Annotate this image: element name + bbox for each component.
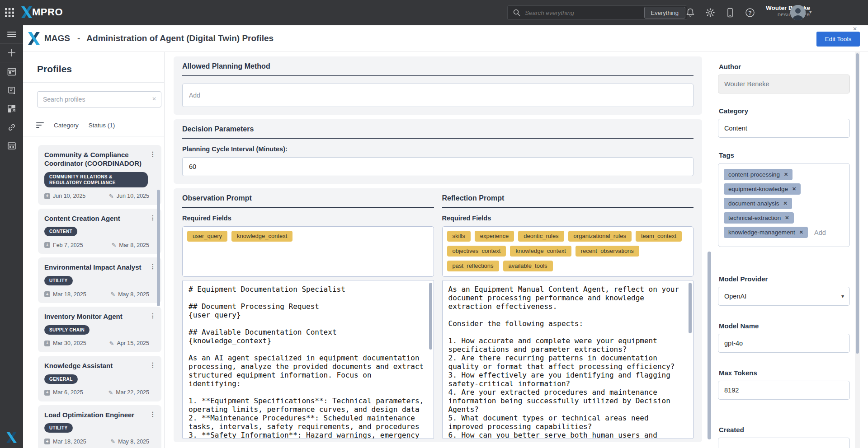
left-rail — [0, 25, 23, 448]
main-scrollbar[interactable] — [708, 252, 711, 439]
kebab-menu-icon[interactable]: ⋮ — [150, 411, 156, 418]
profile-card[interactable]: Load Optimization Engineer ⋮ UTILITY + M… — [38, 405, 161, 448]
field-chip[interactable]: past_reflections — [447, 261, 499, 271]
tag-remove-icon[interactable]: ✕ — [783, 201, 788, 206]
kebab-menu-icon[interactable]: ⋮ — [150, 361, 156, 369]
tag-remove-icon[interactable]: ✕ — [784, 172, 788, 177]
category-label: Category — [719, 107, 850, 115]
field-chip[interactable]: skills — [447, 231, 471, 242]
svg-text:?: ? — [748, 10, 751, 16]
author-label: Author — [719, 63, 850, 70]
kebab-menu-icon[interactable]: ⋮ — [150, 263, 156, 270]
kebab-menu-icon[interactable]: ⋮ — [150, 312, 156, 319]
reflection-prompt-textarea[interactable]: As an Equipment Manual Content Agent, re… — [442, 280, 694, 439]
search-icon — [513, 9, 520, 16]
max-tokens-field[interactable] — [718, 381, 850, 400]
edit-tools-button[interactable]: Edit Tools — [816, 32, 860, 47]
xmpro-x-bottom-logo[interactable] — [5, 431, 18, 443]
tag-chip[interactable]: knowledge-management✕ — [724, 227, 808, 238]
category-field[interactable] — [718, 119, 850, 138]
created-field[interactable] — [718, 438, 850, 448]
tag-chip[interactable]: content-processing✕ — [724, 169, 793, 180]
field-chip[interactable]: experience — [475, 231, 514, 242]
global-search[interactable]: Everything — [507, 5, 687, 20]
profiles-search-input[interactable] — [37, 91, 161, 107]
user-caret-icon[interactable]: ▾ — [809, 9, 812, 15]
filter-icon[interactable] — [36, 121, 44, 129]
rail-item-connections[interactable] — [0, 118, 23, 136]
tags-editor[interactable]: content-processing✕ equipment-knowledge✕… — [718, 163, 850, 247]
xmpro-logo[interactable]: MPRO — [21, 6, 63, 19]
field-chip[interactable]: team_context — [636, 231, 682, 242]
field-chip[interactable]: user_query — [187, 231, 227, 242]
created-date: + Mar 30, 2025 — [44, 340, 86, 346]
field-chip[interactable]: objectives_context — [447, 246, 506, 257]
help-icon[interactable]: ? — [745, 8, 755, 18]
profile-card[interactable]: Knowledge Assistant ⋮ GENERAL + Mar 6, 2… — [38, 356, 161, 401]
profile-card[interactable]: Inventory Monitor Agent ⋮ SUPPLY CHAIN +… — [38, 307, 161, 352]
tag-chip[interactable]: document-analysis✕ — [724, 198, 792, 209]
tag-add-input[interactable]: Add — [814, 229, 826, 236]
rail-item-dashboard[interactable] — [0, 62, 23, 81]
created-icon: + — [44, 291, 50, 297]
avatar[interactable] — [790, 5, 806, 20]
details-scrollbar[interactable] — [856, 53, 859, 354]
keypad-panel-icon — [7, 141, 16, 150]
field-chip[interactable]: knowledge_context — [510, 246, 571, 257]
settings-gear-icon[interactable] — [705, 8, 715, 18]
created-icon: + — [44, 439, 50, 444]
observation-prompt-textarea[interactable]: # Equipment Documentation Specialist ## … — [182, 280, 434, 439]
app-name: MAGS — [44, 33, 70, 43]
category-badge: UTILITY — [44, 276, 73, 285]
profile-card[interactable]: Content Creation Agent ⋮ CONTENT + Feb 7… — [38, 209, 161, 254]
page-title: Administration of Agent (Digital Twin) P… — [86, 33, 274, 43]
app-grid-icon[interactable] — [5, 8, 14, 18]
profile-card[interactable]: Environmental Impact Analyst ⋮ UTILITY +… — [38, 257, 161, 303]
tag-remove-icon[interactable]: ✕ — [792, 186, 796, 192]
planning-method-add-input[interactable] — [182, 84, 693, 107]
search-input[interactable] — [525, 9, 644, 16]
tag-remove-icon[interactable]: ✕ — [785, 215, 789, 221]
tag-remove-icon[interactable]: ✕ — [799, 229, 803, 235]
field-chip[interactable]: deontic_rules — [518, 231, 564, 242]
field-chip[interactable]: organizational_rules — [568, 231, 632, 242]
brand-text: MPRO — [32, 6, 63, 18]
tag-chip[interactable]: technical-extraction✕ — [724, 212, 794, 224]
rail-item-documents[interactable] — [0, 81, 23, 99]
rail-item-blocks[interactable] — [0, 99, 23, 118]
field-chip[interactable]: available_tools — [503, 261, 553, 271]
tag-chip[interactable]: equipment-knowledge✕ — [724, 183, 801, 195]
required-fields-label: Required Fields — [442, 215, 694, 222]
rail-item-console[interactable] — [0, 136, 23, 155]
filter-category[interactable]: Category — [54, 122, 79, 129]
close-icon[interactable]: ✕ — [853, 26, 857, 32]
required-fields-label: Required Fields — [182, 215, 434, 222]
observation-prompt-column: Observation Prompt Required Fields user_… — [182, 194, 434, 439]
kebab-menu-icon[interactable]: ⋮ — [150, 150, 156, 158]
created-label: Created — [719, 426, 850, 434]
reflection-required-fields[interactable]: skills experience deontic_rules organiza… — [442, 226, 694, 277]
category-badge: SUPPLY CHAIN — [44, 325, 90, 335]
filter-status[interactable]: Status (1) — [89, 122, 115, 129]
search-scope-button[interactable]: Everything — [644, 7, 685, 19]
profile-card[interactable]: Community & Compliance Coordinator (COOR… — [38, 145, 161, 205]
profiles-scrollbar[interactable] — [157, 190, 160, 306]
notifications-bell-icon[interactable] — [685, 8, 695, 18]
link-icon — [7, 123, 16, 132]
search-clear-icon[interactable]: ✕ — [152, 96, 156, 102]
profile-title: Environmental Impact Analyst — [44, 263, 148, 272]
field-chip[interactable]: knowledge_context — [231, 231, 292, 242]
textarea-scrollbar-thumb[interactable] — [689, 283, 692, 333]
kebab-menu-icon[interactable]: ⋮ — [150, 214, 156, 221]
observation-required-fields[interactable]: user_query knowledge_context — [182, 226, 434, 277]
mobile-device-icon[interactable] — [725, 8, 735, 18]
planning-cycle-input[interactable] — [182, 157, 693, 176]
add-new-button[interactable] — [0, 44, 23, 62]
created-icon: + — [44, 193, 50, 199]
textarea-scrollbar-thumb[interactable] — [429, 283, 432, 350]
model-provider-select[interactable]: OpenAI ▾ — [718, 287, 850, 306]
menu-toggle-button[interactable] — [0, 25, 23, 44]
plus-icon — [7, 48, 16, 57]
model-name-field[interactable] — [718, 334, 850, 353]
field-chip[interactable]: recent_observations — [576, 246, 639, 257]
